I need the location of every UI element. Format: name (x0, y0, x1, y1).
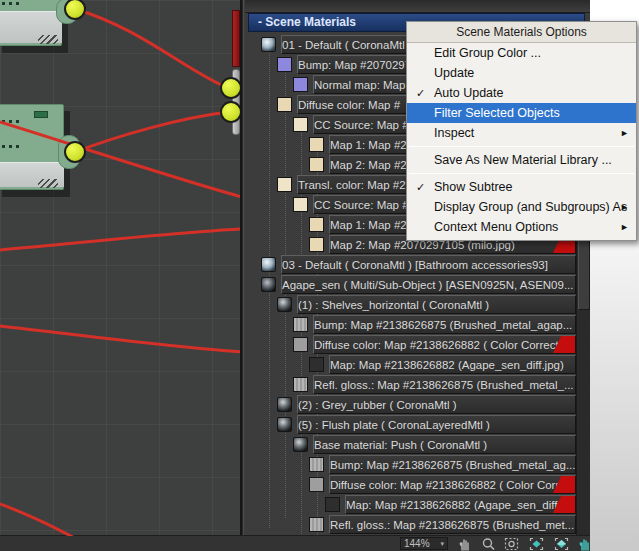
material-swatch-icon (261, 277, 276, 292)
menu-item-label: Update (434, 66, 474, 80)
zoom-extents-selected-icon[interactable] (554, 537, 569, 551)
menu-item-display-group-and-subgroups-as[interactable]: Display Group (and Subgroups) As ► (407, 197, 636, 217)
tree-row-label: Bump: Map #2138626875 (Brushed_metal_ag.… (330, 459, 576, 471)
pan-hand-icon[interactable] (458, 537, 473, 551)
tree-row-label: Agape_sen ( Multi/Sub-Object ) [ASEN0925… (282, 279, 573, 291)
table-row[interactable]: (2) : Grey_rubber ( CoronaMtl ) (275, 395, 576, 414)
material-swatch-icon (261, 257, 276, 272)
table-row[interactable]: Refl. gloss.: Map #2138626875 (Brushed_m… (291, 375, 576, 394)
tree-row-label: Map 2: Map #2 (330, 159, 407, 171)
material-swatch-icon (277, 57, 292, 72)
pan-to-selected-icon[interactable] (578, 537, 593, 551)
tree-row-label: Normal map: Map (314, 79, 405, 91)
submenu-arrow-icon: ► (620, 123, 629, 143)
connection-wires (0, 0, 240, 536)
material-swatch-icon (293, 337, 308, 352)
tree-row-label: CC Source: Map # (314, 199, 409, 211)
material-swatch-icon (309, 137, 324, 152)
table-row[interactable]: (5) : Flush plate ( CoronaLayeredMtl ) (275, 415, 576, 434)
material-swatch-icon (277, 297, 292, 312)
menu-item-label: Edit Group Color ... (434, 46, 541, 60)
wire[interactable] (0, 229, 240, 250)
menu-item-label: Filter Selected Objects (434, 106, 560, 120)
tree-row-label: Bump: Map #2138626875 (Brushed_metal_aga… (314, 319, 572, 331)
node2-output-socket[interactable] (64, 141, 86, 163)
partial-node-input-socket-2[interactable] (220, 101, 240, 123)
table-row[interactable]: Bump: Map #2138626875 (Brushed_metal_ag.… (307, 455, 576, 474)
menu-item-auto-update[interactable]: ✓ Auto Update (407, 83, 636, 103)
menu-item-edit-group-color[interactable]: Edit Group Color ... (407, 43, 636, 63)
material-swatch-icon (277, 177, 292, 192)
material-swatch-icon (293, 197, 308, 212)
submenu-arrow-icon: ► (620, 197, 629, 217)
menu-item-label: Save As New Material Library ... (434, 153, 612, 167)
zoom-level-value: 144% (404, 538, 430, 549)
tree-row-label: Map 1: Map #2 (330, 139, 407, 151)
tree-row-label: Map 1: Map #2 (330, 219, 407, 231)
tree-row-label: 01 - Default ( CoronaMtl (282, 39, 405, 51)
tree-row-label: Map: Map #2138626882 (Agape_sen_diff.jpg… (330, 359, 564, 371)
scene-materials-options-menu: Scene Materials Options Edit Group Color… (406, 21, 637, 241)
menu-item-label: Context Menu Options (434, 220, 558, 234)
chevron-down-icon: ▾ (440, 540, 444, 548)
tree-row-label: Bump: Map #2070297 (298, 59, 411, 71)
menu-item-label: Inspect (434, 126, 474, 140)
material-swatch-icon (293, 437, 308, 452)
table-row[interactable]: Base material: Push ( CoronaMtl ) (291, 435, 576, 454)
table-row[interactable]: Refl. gloss.: Map #2138626875 (Brushed_m… (307, 515, 576, 534)
material-swatch-icon (293, 77, 308, 92)
table-row[interactable]: (1) : Shelves_horizontal ( CoronaMtl ) (275, 295, 576, 314)
menu-separator (409, 173, 634, 174)
material-swatch-icon (293, 317, 308, 332)
material-swatch-icon (309, 457, 324, 472)
tree-row-label: Base material: Push ( CoronaMtl ) (314, 439, 487, 451)
material-swatch-icon (261, 37, 276, 52)
menu-item-show-subtree[interactable]: ✓ Show Subtree (407, 177, 636, 197)
wire[interactable] (0, 504, 80, 536)
material-swatch-icon (309, 477, 324, 492)
menu-item-inspect[interactable]: Inspect ► (407, 123, 636, 143)
tree-row-label: 03 - Default ( CoronaMtl ) [Bathroom acc… (282, 259, 548, 271)
table-row[interactable]: Agape_sen ( Multi/Sub-Object ) [ASEN0925… (259, 275, 576, 294)
tree-row-label: Diffuse color: Map # (298, 99, 400, 111)
context-menu-title: Scene Materials Options (407, 22, 636, 43)
wire[interactable] (75, 112, 228, 152)
zoom-extents-icon[interactable] (529, 537, 544, 551)
material-swatch-icon (309, 357, 324, 372)
table-row[interactable]: Map: Map #2138626882 (Agape_sen_diff.j..… (323, 495, 576, 514)
table-row[interactable]: 03 - Default ( CoronaMtl ) [Bathroom acc… (259, 255, 576, 274)
zoom-tool-icon[interactable] (481, 537, 496, 551)
checkmark-icon: ✓ (416, 83, 425, 103)
tree-row-label: Transl. color: Map #2 (298, 179, 406, 191)
menu-item-filter-selected-objects[interactable]: Filter Selected Objects (407, 103, 636, 123)
menu-item-label: Show Subtree (434, 180, 513, 194)
node-graph-view[interactable] (0, 0, 240, 536)
material-swatch-icon (293, 117, 308, 132)
wire[interactable] (75, 9, 228, 88)
menu-item-label: Display Group (and Subgroups) As (434, 200, 627, 214)
tree-row-label: Refl. gloss.: Map #2138626875 (Brushed_m… (330, 519, 574, 531)
material-swatch-icon (277, 417, 292, 432)
table-row[interactable]: Bump: Map #2138626875 (Brushed_metal_aga… (291, 315, 576, 334)
wire[interactable] (0, 326, 240, 352)
table-row[interactable]: Map: Map #2138626882 (Agape_sen_diff.jpg… (307, 355, 576, 374)
menu-item-context-menu-options[interactable]: Context Menu Options ► (407, 217, 636, 237)
zoom-region-icon[interactable] (504, 537, 519, 551)
material-swatch-icon (277, 397, 292, 412)
menu-item-label: Auto Update (434, 86, 504, 100)
tree-row-label: Diffuse color: Map #2138626882 ( Color C… (330, 479, 568, 491)
menu-separator (409, 146, 634, 147)
menu-item-update[interactable]: Update (407, 63, 636, 83)
zoom-level-dropdown[interactable]: 144% ▾ (400, 537, 448, 550)
table-row[interactable]: Diffuse color: Map #2138626882 ( Color C… (307, 475, 576, 494)
menu-item-save-as-new-material-library[interactable]: Save As New Material Library ... (407, 150, 636, 170)
tree-row-label: (2) : Grey_rubber ( CoronaMtl ) (298, 399, 457, 411)
slate-material-editor: - Scene Materials 01 - Default ( CoronaM… (0, 0, 639, 551)
tree-row-label: CC Source: Map # (314, 119, 409, 131)
table-row[interactable]: Diffuse color: Map #2138626882 ( Color C… (291, 335, 576, 354)
wire[interactable] (0, 122, 240, 197)
tree-row-label: (1) : Shelves_horizontal ( CoronaMtl ) (298, 299, 489, 311)
material-swatch-icon (309, 217, 324, 232)
submenu-arrow-icon: ► (620, 217, 629, 237)
partial-node-input-socket-1[interactable] (220, 77, 240, 99)
